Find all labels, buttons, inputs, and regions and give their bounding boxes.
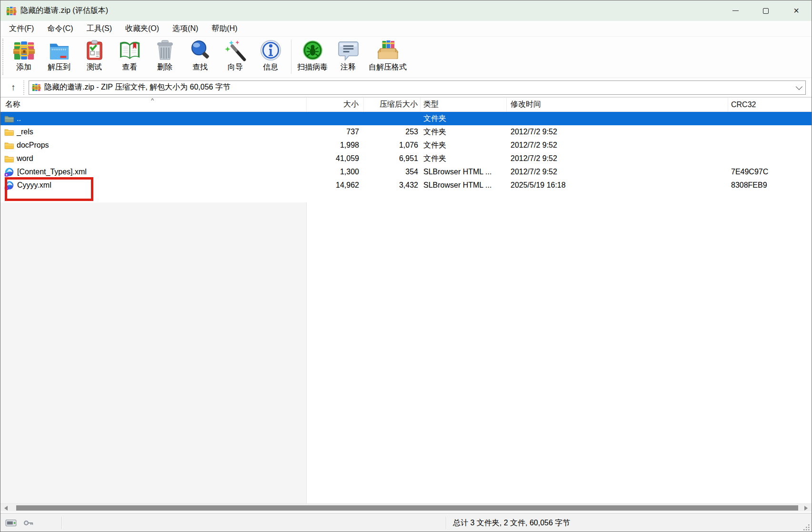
scan-virus-label: 扫描病毒	[297, 62, 328, 72]
item-crc	[728, 125, 812, 139]
find-button[interactable]: 查找	[182, 37, 218, 72]
item-modified: 2012/7/2 9:52	[507, 139, 728, 152]
folder-icon	[4, 155, 14, 163]
archive-totals: 总计 3 文件夹, 2 文件, 60,056 字节	[446, 518, 570, 528]
toolbar-gripper	[2, 39, 5, 75]
comment-bubble-icon	[337, 39, 360, 61]
toolbar-separator	[291, 40, 291, 74]
item-size	[307, 112, 364, 125]
column-header-modified[interactable]: 修改时间	[507, 98, 728, 111]
comment-button[interactable]: 注释	[331, 37, 366, 72]
close-button[interactable]: ×	[781, 0, 812, 21]
test-clipboard-icon	[83, 39, 106, 61]
status-bar: 总计 3 文件夹, 2 文件, 60,056 字节	[0, 513, 812, 532]
menu-options[interactable]: 选项(N)	[166, 21, 205, 36]
list-item-content-types-xml[interactable]: [Content_Types].xml 1,300 354 SLBrowser …	[0, 165, 812, 179]
extract-to-button[interactable]: 解压到	[41, 37, 77, 72]
item-crc	[728, 139, 812, 152]
menu-favorites[interactable]: 收藏夹(O)	[119, 21, 166, 36]
list-item-cyyyy-xml[interactable]: Cyyyy.xml 14,962 3,432 SLBrowser HTML ..…	[0, 179, 812, 192]
extract-folder-icon	[48, 39, 70, 61]
addressbar-gripper	[23, 80, 26, 95]
archive-path-combobox[interactable]: 隐藏的邀请.zip - ZIP 压缩文件, 解包大小为 60,056 字节	[29, 80, 806, 95]
column-header-crc32[interactable]: CRC32	[728, 98, 812, 111]
item-name: ..	[17, 112, 21, 125]
item-packed: 1,076	[364, 139, 421, 152]
column-header-size[interactable]: 大小	[307, 98, 364, 111]
list-item-rels[interactable]: _rels 737 253 文件夹 2012/7/2 9:52	[0, 125, 812, 139]
chevron-down-icon[interactable]	[796, 83, 802, 90]
item-packed: 354	[364, 165, 421, 179]
delete-trash-icon	[153, 39, 176, 61]
comment-label: 注释	[341, 62, 356, 72]
item-modified: 2012/7/2 9:52	[507, 165, 728, 179]
minimize-button[interactable]	[720, 0, 751, 21]
add-label: 添加	[16, 62, 31, 72]
menu-commands[interactable]: 命令(C)	[40, 21, 80, 36]
delete-button[interactable]: 删除	[147, 37, 182, 72]
list-item-word[interactable]: word 41,059 6,951 文件夹 2012/7/2 9:52	[0, 152, 812, 165]
view-button[interactable]: 查看	[112, 37, 147, 72]
column-header-type[interactable]: 类型	[421, 98, 507, 111]
list-column-headers: ^ 名称 大小 压缩后大小 类型 修改时间 CRC32	[0, 97, 812, 112]
item-type: 文件夹	[421, 139, 507, 152]
wizard-label: 向导	[228, 62, 243, 72]
item-crc	[728, 152, 812, 165]
menu-help[interactable]: 帮助(H)	[205, 21, 244, 36]
drive-icon	[5, 519, 17, 527]
item-size: 41,059	[307, 152, 364, 165]
horizontal-scrollbar[interactable]	[0, 503, 812, 512]
menu-tools[interactable]: 工具(S)	[80, 21, 119, 36]
test-label: 测试	[87, 62, 102, 72]
item-size: 14,962	[307, 179, 364, 192]
item-packed: 6,951	[364, 152, 421, 165]
item-packed: 3,432	[364, 179, 421, 192]
item-modified: 2025/5/19 16:18	[507, 179, 728, 192]
up-folder-icon	[4, 115, 14, 123]
address-bar: ↑ 隐藏的邀请.zip - ZIP 压缩文件, 解包大小为 60,056 字节	[0, 78, 812, 97]
item-crc	[728, 112, 812, 125]
sfx-box-icon	[376, 39, 399, 61]
item-name: _rels	[17, 125, 33, 139]
item-crc: 7E49C97C	[728, 165, 812, 179]
item-modified: 2012/7/2 9:52	[507, 125, 728, 139]
list-item-parent-dir[interactable]: .. 文件夹	[0, 112, 812, 125]
item-size: 737	[307, 125, 364, 139]
item-type: 文件夹	[421, 125, 507, 139]
item-packed: 253	[364, 125, 421, 139]
wizard-button[interactable]: 向导	[218, 37, 253, 72]
list-item-docprops[interactable]: docProps 1,998 1,076 文件夹 2012/7/2 9:52	[0, 139, 812, 152]
scroll-right-arrow-icon[interactable]	[804, 506, 808, 511]
resize-grip[interactable]	[803, 524, 810, 531]
info-button[interactable]: 信息	[253, 37, 288, 72]
sfx-button[interactable]: 自解压格式	[366, 37, 410, 72]
scan-virus-button[interactable]: 扫描病毒	[294, 37, 331, 72]
scroll-left-arrow-icon[interactable]	[4, 506, 8, 511]
item-type: 文件夹	[421, 112, 507, 125]
wizard-wand-icon	[224, 39, 247, 61]
winrar-books-icon	[12, 39, 35, 61]
find-magnifier-icon	[189, 39, 211, 61]
title-bar: 隐藏的邀请.zip (评估版本) ×	[0, 0, 812, 21]
test-button[interactable]: 测试	[77, 37, 112, 72]
sort-ascending-icon: ^	[151, 97, 154, 104]
menu-bar: 文件(F) 命令(C) 工具(S) 收藏夹(O) 选项(N) 帮助(H)	[0, 21, 812, 37]
item-size: 1,998	[307, 139, 364, 152]
column-header-packed-size[interactable]: 压缩后大小	[364, 98, 421, 111]
add-button[interactable]: 添加	[6, 37, 41, 72]
find-label: 查找	[192, 62, 208, 72]
winrar-app-icon	[6, 6, 17, 16]
statusbar-separator	[61, 517, 62, 529]
item-type: 文件夹	[421, 152, 507, 165]
red-highlight-box	[5, 177, 93, 201]
key-icon[interactable]	[23, 519, 34, 527]
xml-file-icon	[4, 168, 14, 177]
info-icon	[259, 39, 282, 61]
up-directory-button[interactable]: ↑	[5, 80, 21, 95]
menu-file[interactable]: 文件(F)	[2, 21, 40, 36]
scrollbar-thumb[interactable]	[16, 505, 798, 511]
item-packed	[364, 112, 421, 125]
window-title: 隐藏的邀请.zip (评估版本)	[20, 6, 108, 16]
item-type: SLBrowser HTML ...	[421, 165, 507, 179]
maximize-button[interactable]	[751, 0, 781, 21]
